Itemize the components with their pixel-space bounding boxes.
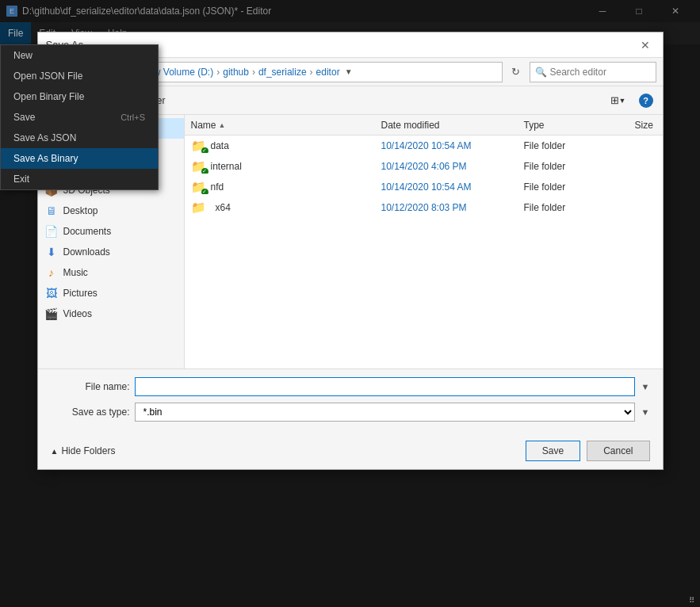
menu-save-as-binary[interactable]: Save As Binary <box>1 148 158 169</box>
col-type[interactable]: Type <box>518 120 629 131</box>
file-type-cell: File folder <box>518 161 629 172</box>
file-type-cell: File folder <box>518 140 629 151</box>
file-list: Name ▲ Date modified Type Size <box>185 115 663 368</box>
sort-icon: ▲ <box>219 121 226 129</box>
green-check-badge: ✓ <box>201 189 208 194</box>
hide-folders-button[interactable]: ▲ Hide Folders <box>51 445 116 456</box>
menu-save[interactable]: Save Ctrl+S <box>1 107 158 128</box>
save-button[interactable]: Save <box>526 441 580 461</box>
file-name-cell: 📁 ✓ data <box>185 139 375 153</box>
breadcrumb-dropdown-arrow[interactable]: ▼ <box>345 67 353 76</box>
downloads-icon: ⬇ <box>44 246 59 258</box>
savetype-dropdown-arrow[interactable]: ▼ <box>641 407 650 417</box>
menu-new[interactable]: New <box>1 45 158 66</box>
file-type-cell: File folder <box>518 202 629 213</box>
music-icon: ♪ <box>44 266 59 279</box>
col-name[interactable]: Name ▲ <box>185 120 375 131</box>
green-check-badge: ✓ <box>201 168 208 174</box>
green-check-badge: ✓ <box>201 147 208 153</box>
view-button[interactable]: ⊞ ▼ <box>607 92 629 109</box>
breadcrumb-editor[interactable]: editor <box>316 67 340 78</box>
table-row[interactable]: 📁 x64 10/12/2020 8:03 PM File folder <box>185 197 663 218</box>
filename-input[interactable] <box>135 377 635 396</box>
sidebar-item-pictures[interactable]: 🖼 Pictures <box>38 283 184 304</box>
cancel-button[interactable]: Cancel <box>587 441 649 461</box>
resize-handle[interactable]: ⠿ <box>689 596 698 605</box>
file-type-cell: File folder <box>518 181 629 193</box>
menu-open-json[interactable]: Open JSON File <box>1 66 158 86</box>
folder-with-badge: 📁 ✓ <box>191 159 206 174</box>
search-box: 🔍 <box>530 62 656 82</box>
action-buttons: Save Cancel <box>526 441 650 461</box>
file-name-cell: 📁 ✓ nfd <box>185 180 375 194</box>
filename-row: File name: ▼ <box>51 377 650 396</box>
file-name-cell: 📁 ✓ internal <box>185 159 375 174</box>
sidebar-item-downloads[interactable]: ⬇ Downloads <box>38 242 184 262</box>
col-date[interactable]: Date modified <box>375 120 518 131</box>
dialog-buttons: ▲ Hide Folders Save Cancel <box>38 436 663 469</box>
file-date-cell: 10/12/2020 8:03 PM <box>375 202 518 213</box>
breadcrumb-df_serialize[interactable]: df_serialize <box>258 67 307 78</box>
file-list-header: Name ▲ Date modified Type Size <box>185 115 663 136</box>
pictures-icon: 🖼 <box>44 287 59 300</box>
dialog-close-button[interactable]: ✕ <box>636 36 655 55</box>
refresh-button[interactable]: ↻ <box>506 62 526 82</box>
menu-exit[interactable]: Exit <box>1 169 158 189</box>
desktop-icon: 🖥 <box>44 204 59 217</box>
file-date-cell: 10/14/2020 10:54 AM <box>375 140 518 151</box>
videos-icon: 🎬 <box>44 307 59 320</box>
help-button[interactable]: ? <box>636 91 656 110</box>
savetype-row: Save as type: *.bin ▼ <box>51 403 650 422</box>
documents-icon: 📄 <box>44 225 59 238</box>
hide-folders-arrow: ▲ <box>51 447 59 456</box>
col-size[interactable]: Size <box>629 120 663 131</box>
search-input[interactable] <box>550 67 645 78</box>
savetype-select[interactable]: *.bin <box>135 403 635 422</box>
table-row[interactable]: 📁 ✓ internal 10/14/2020 4:06 PM File fol… <box>185 156 663 177</box>
savetype-label: Save as type: <box>51 407 130 418</box>
savetype-wrapper: *.bin <box>135 403 635 422</box>
file-date-cell: 10/14/2020 10:54 AM <box>375 181 518 193</box>
file-date-cell: 10/14/2020 4:06 PM <box>375 161 518 172</box>
folder-with-badge: 📁 ✓ <box>191 139 206 153</box>
table-row[interactable]: 📁 ✓ nfd 10/14/2020 10:54 AM File folder <box>185 177 663 197</box>
filename-dropdown-arrow[interactable]: ▼ <box>641 382 650 391</box>
menu-open-binary[interactable]: Open Binary File <box>1 86 158 107</box>
folder-with-badge: 📁 ✓ <box>191 180 206 194</box>
view-icon: ⊞ <box>610 94 619 106</box>
dialog-form: File name: ▼ Save as type: *.bin ▼ <box>38 368 663 436</box>
file-name-cell: 📁 x64 <box>185 200 375 215</box>
sidebar-item-documents[interactable]: 📄 Documents <box>38 221 184 242</box>
filename-label: File name: <box>51 381 130 392</box>
help-icon: ? <box>639 94 653 108</box>
breadcrumb-bar[interactable]: 📁 « New Volume (D:) › github › df_serial… <box>111 62 503 82</box>
breadcrumb-github[interactable]: github <box>223 67 249 78</box>
file-dropdown-menu: New Open JSON File Open Binary File Save… <box>0 44 159 190</box>
folder-file-icon: 📁 <box>191 200 206 215</box>
sidebar-item-music[interactable]: ♪ Music <box>38 262 184 283</box>
sidebar-item-videos[interactable]: 🎬 Videos <box>38 304 184 324</box>
sidebar-item-desktop[interactable]: 🖥 Desktop <box>38 200 184 221</box>
table-row[interactable]: 📁 ✓ data 10/14/2020 10:54 AM File folder <box>185 136 663 156</box>
search-icon: 🔍 <box>535 67 547 78</box>
view-dropdown-icon: ▼ <box>619 97 626 105</box>
menu-save-as-json[interactable]: Save As JSON <box>1 128 158 148</box>
